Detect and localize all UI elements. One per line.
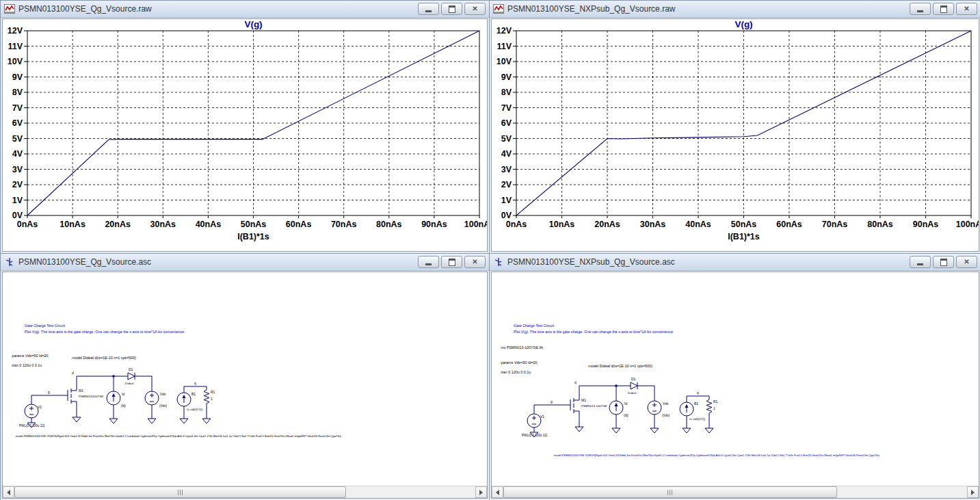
close-icon: ✕ — [964, 5, 969, 12]
b1-value: I=-sdt(I(V1)) — [187, 408, 203, 411]
plot-svg: 0V1V2V3V4V5V6V7V8V9V10V11V12V0nAs10nAs20… — [3, 19, 487, 251]
schematic-canvas[interactable]: Gate Charge Test CircuitPlot V(g). The t… — [492, 272, 979, 486]
y-tick-label: 3V — [501, 165, 512, 174]
x-tick-label: 100nAs — [464, 220, 487, 229]
scroll-left-button[interactable] — [492, 486, 503, 498]
node-label-q: q — [697, 391, 699, 395]
minimize-button[interactable] — [418, 3, 439, 15]
scroll-right-icon — [971, 490, 975, 495]
plot-frame — [513, 31, 971, 218]
d1-model-label: Dideal — [125, 382, 133, 385]
x-tick-label: 90nAs — [913, 220, 939, 229]
b1-label: B1 — [694, 402, 698, 406]
x-tick-label: 20nAs — [594, 220, 620, 229]
scrollbar-thumb[interactable] — [14, 486, 346, 498]
restore-button[interactable] — [933, 256, 954, 268]
close-button[interactable]: ✕ — [956, 256, 977, 268]
r1-label: R1 — [211, 390, 215, 394]
horizontal-scrollbar[interactable] — [3, 486, 487, 498]
r1-label: R1 — [713, 399, 718, 404]
close-button[interactable]: ✕ — [464, 256, 486, 268]
x-tick-label: 0nAs — [17, 220, 38, 229]
close-icon: ✕ — [472, 259, 477, 265]
scrollbar-grip-icon — [178, 490, 183, 495]
schematic-window-right[interactable]: PSMN013100YSE_NXPsub_Qg_Vsource.asc ✕ Ga… — [489, 253, 980, 500]
titlebar[interactable]: PSMN013100YSE_NXPsub_Qg_Vsource.raw ✕ — [490, 1, 980, 18]
minimize-icon — [917, 10, 923, 12]
restore-button[interactable] — [441, 3, 462, 15]
restore-button[interactable] — [441, 256, 462, 268]
x-tick-label: 30nAs — [640, 220, 666, 229]
restore-icon — [449, 259, 455, 266]
plot-title: V(g) — [734, 19, 752, 29]
plot-grid — [27, 31, 479, 215]
y-tick-label: 8V — [12, 88, 23, 97]
restore-icon — [940, 259, 947, 266]
minimize-button[interactable] — [910, 256, 931, 268]
x-tick-label: 60nAs — [776, 220, 802, 229]
restore-icon — [940, 5, 947, 13]
scrollbar-track[interactable] — [14, 486, 475, 498]
waveform-window-left[interactable]: PSMN013100YSE_Qg_Vsource.raw ✕ 0V1V2V3V4… — [0, 0, 490, 254]
y-tick-label: 7V — [12, 103, 23, 113]
y-tick-label: 10V — [8, 57, 23, 66]
horizontal-scrollbar[interactable] — [492, 486, 979, 498]
titlebar[interactable]: PSMN013100YSE_Qg_Vsource.asc ✕ — [1, 254, 489, 271]
schematic-content: Gate Charge Test CircuitPlot V(g). The t… — [491, 272, 979, 499]
v1-value: PWL(0 0 120u 12) — [522, 434, 548, 437]
x-axis-title: I(B1)*1s — [728, 232, 760, 241]
minimize-button[interactable] — [910, 3, 931, 15]
close-button[interactable]: ✕ — [464, 3, 486, 15]
y-tick-label: 4V — [12, 149, 23, 159]
schematic-icon — [493, 257, 504, 267]
scrollbar-track[interactable] — [503, 486, 967, 498]
x-tick-label: 50nAs — [241, 220, 267, 229]
mosfet-model-directive: .model PSMN013100YSE VDMOS(Rg=0.654 Vto=… — [553, 453, 880, 457]
x-tick-label: 30nAs — [150, 220, 176, 229]
y-tick-label: 12V — [496, 26, 512, 36]
schematic-icon — [4, 257, 15, 267]
y-tick-label: 9V — [12, 73, 23, 82]
restore-button[interactable] — [933, 3, 954, 15]
x-tick-label: 60nAs — [286, 220, 312, 229]
vds-value: {Vds} — [662, 414, 670, 417]
x-tick-label: 70nAs — [822, 220, 848, 229]
scroll-left-button[interactable] — [3, 486, 14, 498]
scrollbar-thumb[interactable] — [503, 486, 837, 498]
diode-model-directive: .model Dideal d(is=1E-10 n=1 vpk=500) — [71, 356, 136, 360]
x-tick-label: 40nAs — [685, 220, 711, 229]
y-tick-label: 1V — [12, 196, 23, 205]
titlebar[interactable]: PSMN013100YSE_NXPsub_Qg_Vsource.asc ✕ — [490, 254, 980, 271]
titlebar[interactable]: PSMN013100YSE_Qg_Vsource.raw ✕ — [1, 1, 489, 18]
close-icon: ✕ — [472, 5, 477, 12]
scroll-right-button[interactable] — [475, 486, 487, 498]
x-tick-label: 100nAs — [956, 220, 979, 229]
x-tick-label: 0nAs — [506, 220, 527, 229]
y-tick-label: 6V — [12, 118, 23, 128]
b1-value: I=-sdt(I(V1)) — [689, 417, 706, 421]
id-label: Id — [624, 402, 627, 406]
waveform-icon — [4, 4, 15, 14]
diode-model-directive: .model Dideal d(is=1E-10 n=1 vpk=500) — [587, 364, 652, 368]
minimize-button[interactable] — [418, 256, 439, 268]
scroll-right-button[interactable] — [967, 486, 979, 498]
tran-directive: .tran 0 120u 0 0.1u — [11, 363, 42, 367]
node-label-g: g — [551, 399, 553, 404]
spice-annotations: Gate Charge Test CircuitPlot V(g). The t… — [500, 324, 880, 457]
window-title: PSMN013100YSE_Qg_Vsource.raw — [18, 4, 418, 14]
x-tick-label: 90nAs — [421, 220, 447, 229]
close-button[interactable]: ✕ — [956, 3, 977, 15]
plot-canvas[interactable]: 0V1V2V3V4V5V6V7V8V9V10V11V12V0nAs10nAs20… — [492, 19, 979, 251]
node-label-q: q — [194, 381, 196, 385]
schematic-canvas[interactable]: Gate Charge Test CircuitPlot V(g). The t… — [3, 272, 487, 486]
schematic-window-left[interactable]: PSMN013100YSE_Qg_Vsource.asc ✕ Gate Char… — [0, 253, 490, 500]
y-tick-label: 6V — [501, 118, 512, 128]
y-tick-label: 3V — [12, 165, 23, 174]
comment-text: Plot V(g). The time axis is the gate cha… — [25, 330, 185, 334]
x-tick-label: 50nAs — [731, 220, 757, 229]
waveform-window-right[interactable]: PSMN013100YSE_NXPsub_Qg_Vsource.raw ✕ 0V… — [489, 0, 980, 254]
close-icon: ✕ — [964, 259, 969, 265]
plot-canvas[interactable]: 0V1V2V3V4V5V6V7V8V9V10V11V12V0nAs10nAs20… — [3, 19, 487, 251]
plot-grid — [516, 31, 971, 215]
d1-model-label: Dideal — [628, 391, 636, 395]
